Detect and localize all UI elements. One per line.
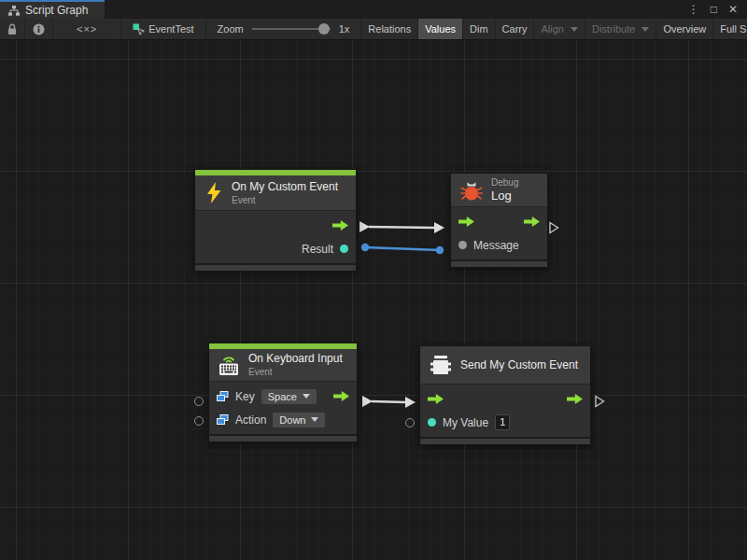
- lightning-icon: [204, 181, 224, 204]
- distribute-button[interactable]: Distribute: [585, 19, 656, 39]
- graph-toolbar: <×> EventTest Zoom 1x Relations Values D…: [0, 19, 747, 40]
- action-dropdown[interactable]: Down: [273, 413, 325, 427]
- info-button[interactable]: [25, 19, 53, 39]
- trigger-input-port[interactable]: [428, 394, 444, 404]
- chevron-down-icon: [311, 417, 318, 422]
- my-value-input[interactable]: 1: [495, 414, 510, 430]
- node-title: Log: [491, 189, 518, 203]
- key-dropdown[interactable]: Space: [261, 389, 317, 404]
- key-port-label: Key: [235, 390, 255, 403]
- carry-button[interactable]: Carry: [496, 19, 535, 39]
- key-port-ring[interactable]: [194, 397, 204, 406]
- enum-type-icon: [217, 391, 229, 402]
- window-menu-button[interactable]: ⋮: [684, 3, 704, 16]
- zoom-slider-thumb[interactable]: [318, 23, 330, 35]
- trigger-input-port[interactable]: [458, 217, 474, 227]
- wire-trigger-keyboard-to-send[interactable]: [362, 396, 416, 408]
- graph-hierarchy-icon: [8, 6, 20, 16]
- values-button[interactable]: Values: [418, 19, 463, 39]
- node-footer: [209, 434, 357, 441]
- wire-value-result-to-message[interactable]: [361, 244, 444, 254]
- zoom-control: Zoom 1x: [206, 19, 362, 39]
- chevron-down-icon: [303, 394, 310, 399]
- node-subtitle: Event: [248, 367, 343, 377]
- code-view-glyph: <×>: [60, 23, 114, 35]
- close-button[interactable]: ✕: [724, 3, 742, 16]
- wires-overlay: [0, 40, 747, 560]
- node-body: Result: [195, 210, 356, 263]
- node-on-keyboard-input[interactable]: On Keyboard Input Event Key Space: [208, 343, 358, 442]
- node-title: On My Custom Event: [232, 180, 338, 193]
- graph-canvas[interactable]: On My Custom Event Event Result: [0, 40, 747, 560]
- node-debug-log[interactable]: Debug Log Message: [450, 173, 548, 268]
- message-input-port[interactable]: [458, 241, 467, 249]
- chevron-down-icon: [641, 27, 649, 32]
- trigger-output-port[interactable]: [332, 220, 348, 231]
- lock-button[interactable]: [0, 19, 25, 39]
- node-body: Key Space Action Down: [209, 381, 357, 434]
- node-footer: [451, 259, 547, 267]
- tab-title: Script Graph: [25, 4, 88, 17]
- node-header: Send My Custom Event: [420, 346, 590, 384]
- action-port-ring[interactable]: [194, 416, 204, 426]
- node-header: Debug Log: [451, 174, 547, 206]
- node-subtitle: Event: [232, 195, 338, 205]
- message-port-label: Message: [473, 239, 519, 252]
- node-send-my-custom-event[interactable]: Send My Custom Event My Value 1: [419, 345, 591, 445]
- node-header: On Keyboard Input Event: [209, 349, 357, 381]
- info-icon: [33, 23, 45, 35]
- trigger-output-port[interactable]: [524, 217, 540, 227]
- chevron-down-icon: [571, 27, 578, 32]
- result-output-port[interactable]: [340, 245, 348, 253]
- enum-type-icon: [217, 414, 229, 426]
- node-footer: [195, 263, 356, 271]
- graph-reference-button[interactable]: EventTest: [121, 19, 205, 39]
- lock-icon: [7, 23, 17, 35]
- zoom-label: Zoom: [218, 23, 244, 35]
- send-continue-port-triangle[interactable]: [594, 395, 605, 408]
- trigger-output-port[interactable]: [567, 394, 583, 404]
- my-value-port-label: My Value: [443, 416, 488, 429]
- relations-button[interactable]: Relations: [361, 19, 418, 39]
- custom-event-machine-icon: [429, 353, 453, 377]
- node-footer: [420, 437, 590, 444]
- code-view-button[interactable]: <×>: [53, 19, 121, 39]
- node-on-my-custom-event[interactable]: On My Custom Event Event Result: [194, 169, 357, 272]
- my-value-input-port[interactable]: [428, 418, 436, 427]
- node-body: Message: [451, 206, 547, 259]
- script-graph-asset-icon: [133, 23, 145, 35]
- keyboard-input-icon: [217, 353, 241, 377]
- zoom-slider[interactable]: [252, 28, 331, 30]
- full-screen-button[interactable]: Full Screen: [713, 19, 747, 39]
- window-titlebar: Script Graph ⋮ □ ✕: [0, 0, 747, 19]
- graph-name-label: EventTest: [148, 23, 193, 35]
- window-controls: ⋮ □ ✕: [684, 0, 747, 19]
- overview-button[interactable]: Overview: [656, 19, 713, 39]
- bug-icon: [459, 178, 484, 203]
- zoom-level: 1x: [339, 23, 350, 35]
- node-title: Send My Custom Event: [460, 358, 578, 371]
- maximize-button[interactable]: □: [706, 3, 722, 16]
- result-port-label: Result: [302, 243, 333, 256]
- log-continue-port-triangle[interactable]: [548, 221, 559, 234]
- align-button[interactable]: Align: [534, 19, 585, 39]
- wire-trigger-custom-event-to-log[interactable]: [359, 221, 444, 233]
- node-body: My Value 1: [420, 384, 590, 437]
- trigger-output-port[interactable]: [333, 391, 349, 401]
- dim-button[interactable]: Dim: [463, 19, 496, 39]
- tab-script-graph[interactable]: Script Graph: [0, 0, 105, 19]
- node-header: On My Custom Event Event: [195, 175, 356, 210]
- action-port-label: Action: [235, 413, 266, 427]
- node-category: Debug: [491, 177, 518, 188]
- node-title: On Keyboard Input: [248, 352, 343, 365]
- my-value-port-ring[interactable]: [405, 418, 415, 427]
